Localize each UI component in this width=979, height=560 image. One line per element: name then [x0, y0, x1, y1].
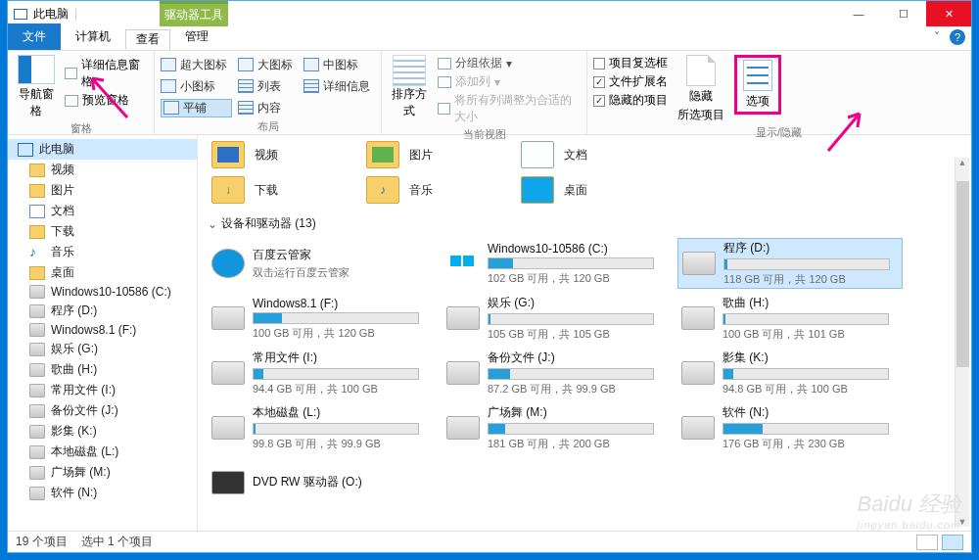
drive-item[interactable]: 百度云管家双击运行百度云管家	[208, 238, 433, 289]
drive-sub: 87.2 GB 可用，共 99.9 GB	[488, 382, 664, 397]
tree-item[interactable]: 本地磁盘 (L:)	[8, 442, 197, 462]
drive-icon	[446, 416, 480, 440]
hide-selected-button[interactable]: 隐藏 所选项目	[677, 55, 724, 123]
layout-extra-large[interactable]: 超大图标	[161, 57, 232, 73]
tree-item[interactable]: Windows8.1 (F:)	[8, 321, 197, 339]
tree-item[interactable]: ♪音乐	[8, 242, 197, 262]
drive-item[interactable]: 娱乐 (G:)105 GB 可用，共 105 GB	[443, 293, 668, 344]
scroll-down-icon[interactable]: ▼	[958, 517, 967, 527]
hidden-items-toggle[interactable]: ✓隐藏的项目	[593, 92, 668, 109]
tree-item-label: 软件 (N:)	[51, 485, 97, 501]
drive-item[interactable]: DVD RW 驱动器 (O:)	[208, 457, 433, 508]
drive-item[interactable]: Windows10-10586 (C:)102 GB 可用，共 120 GB	[443, 238, 668, 289]
drive-item[interactable]: 歌曲 (H:)100 GB 可用，共 101 GB	[677, 293, 903, 344]
drive-usage-bar	[723, 423, 889, 435]
folder-item[interactable]: 桌面	[521, 176, 587, 204]
tree-item[interactable]: Windows10-10586 (C:)	[8, 283, 197, 301]
drive-item[interactable]: 程序 (D:)118 GB 可用，共 120 GB	[677, 238, 903, 289]
folder-item[interactable]: 音乐	[366, 176, 433, 204]
navigation-pane-icon[interactable]	[18, 55, 55, 84]
group-by-button[interactable]: 分组依据 ▾	[438, 55, 581, 71]
folder-item[interactable]: 视频	[211, 141, 278, 168]
tree-item-label: 本地磁盘 (L:)	[51, 443, 118, 460]
tree-item-label: 歌曲 (H:)	[51, 361, 97, 378]
tree-item-label: 此电脑	[39, 141, 74, 158]
view-tiles-switch[interactable]	[942, 535, 963, 550]
folder-item[interactable]: 图片	[366, 141, 433, 168]
drive-item[interactable]: 备份文件 (J:)87.2 GB 可用，共 99.9 GB	[443, 348, 668, 398]
folder-item[interactable]: 下载	[211, 176, 278, 204]
tab-file[interactable]: 文件	[8, 23, 61, 50]
drive-sub: 105 GB 可用，共 105 GB	[488, 327, 664, 342]
tree-item[interactable]: 广场舞 (M:)	[8, 462, 197, 483]
drive-item[interactable]: 本地磁盘 (L:)99.8 GB 可用，共 99.9 GB	[208, 402, 433, 453]
tree-item[interactable]: 图片	[8, 180, 197, 201]
tree-item[interactable]: 影集 (K:)	[8, 421, 197, 442]
tree-item[interactable]: 软件 (N:)	[8, 483, 197, 503]
main-content[interactable]: 视频图片文档 下载音乐桌面 ⌄ 设备和驱动器 (13) 百度云管家双击运行百度云…	[198, 135, 971, 531]
drive-item[interactable]: 广场舞 (M:)181 GB 可用，共 200 GB	[443, 402, 668, 453]
preview-pane-button[interactable]: 预览窗格	[65, 92, 148, 109]
tree-item-icon	[29, 445, 45, 459]
tree-item-icon	[29, 404, 45, 418]
drive-sub: 100 GB 可用，共 101 GB	[723, 327, 899, 342]
file-extensions-toggle[interactable]: ✓文件扩展名	[593, 73, 668, 90]
tree-item[interactable]: 视频	[8, 160, 197, 180]
tree-item-label: 文档	[51, 203, 74, 219]
view-details-switch[interactable]	[916, 535, 938, 550]
maximize-button[interactable]: ☐	[881, 1, 926, 26]
scrollbar-thumb[interactable]	[956, 181, 969, 367]
tree-item[interactable]: 文档	[8, 201, 197, 221]
tree-item-icon	[29, 363, 45, 377]
tab-computer[interactable]: 计算机	[61, 23, 125, 50]
layout-details[interactable]: 详细信息	[303, 78, 375, 95]
drive-item[interactable]: 软件 (N:)176 GB 可用，共 230 GB	[677, 402, 903, 453]
tree-item-label: Windows10-10586 (C:)	[51, 285, 171, 299]
close-button[interactable]: ✕	[926, 1, 971, 26]
layout-large[interactable]: 大图标	[238, 57, 298, 73]
tree-item-icon	[29, 285, 45, 299]
tree-item-icon	[29, 487, 45, 500]
sort-by-button[interactable]: 排序方式	[388, 86, 430, 119]
navigation-pane-label[interactable]: 导航窗格	[14, 86, 59, 119]
details-pane-button[interactable]: 详细信息窗格	[65, 57, 148, 90]
folder-label: 文档	[564, 147, 587, 163]
sort-icon[interactable]	[393, 55, 426, 86]
item-checkboxes-toggle[interactable]: 项目复选框	[593, 55, 668, 71]
drive-name: 娱乐 (G:)	[488, 295, 664, 311]
tab-manage[interactable]: 管理	[170, 23, 223, 50]
tree-item[interactable]: 歌曲 (H:)	[8, 359, 197, 380]
tree-item[interactable]: 常用文件 (I:)	[8, 380, 197, 400]
size-all-columns-button: 将所有列调整为合适的大小	[438, 92, 581, 125]
status-selected: 选中 1 个项目	[81, 534, 153, 550]
drive-item[interactable]: 常用文件 (I:)94.4 GB 可用，共 100 GB	[208, 348, 433, 398]
layout-content[interactable]: 内容	[238, 100, 298, 117]
tree-item[interactable]: 程序 (D:)	[8, 301, 197, 321]
tree-item[interactable]: 此电脑	[8, 139, 197, 160]
drive-item[interactable]: 影集 (K:)94.8 GB 可用，共 100 GB	[677, 348, 903, 398]
drive-name: 软件 (N:)	[723, 404, 899, 421]
folder-item[interactable]: 文档	[521, 141, 587, 168]
minimize-button[interactable]: —	[836, 1, 881, 26]
drive-item[interactable]: Windows8.1 (F:)100 GB 可用，共 120 GB	[208, 293, 433, 344]
folder-label: 音乐	[409, 182, 433, 199]
options-button[interactable]: 选项	[734, 55, 781, 115]
drive-name: 常用文件 (I:)	[253, 350, 429, 366]
tab-view[interactable]: 查看	[125, 29, 170, 50]
help-icon[interactable]: ?	[950, 29, 965, 45]
scroll-up-icon[interactable]: ▲	[958, 158, 967, 167]
tree-item[interactable]: 备份文件 (J:)	[8, 400, 197, 421]
tree-item[interactable]: 桌面	[8, 262, 197, 283]
tree-item[interactable]: 娱乐 (G:)	[8, 339, 197, 359]
layout-list[interactable]: 列表	[238, 78, 298, 95]
navigation-tree[interactable]: 此电脑视频图片文档下载♪音乐桌面Windows10-10586 (C:)程序 (…	[8, 135, 198, 531]
drives-section-header[interactable]: ⌄ 设备和驱动器 (13)	[208, 215, 961, 232]
vertical-scrollbar[interactable]: ▲ ▼	[955, 158, 969, 527]
layout-tiles[interactable]: 平铺	[161, 99, 232, 117]
layout-medium[interactable]: 中图标	[303, 57, 375, 73]
layout-small[interactable]: 小图标	[161, 78, 232, 95]
collapse-ribbon-icon[interactable]: ˅	[930, 30, 944, 44]
ribbon: 导航窗格 详细信息窗格 预览窗格 窗格 超大图标 大图标 中图标 小图标 列表 …	[8, 50, 971, 135]
explorer-window: 此电脑 | 驱动器工具 — ☐ ✕ 文件 计算机 查看 管理 ˅ ? 导航窗格	[7, 0, 972, 553]
tree-item[interactable]: 下载	[8, 221, 197, 242]
